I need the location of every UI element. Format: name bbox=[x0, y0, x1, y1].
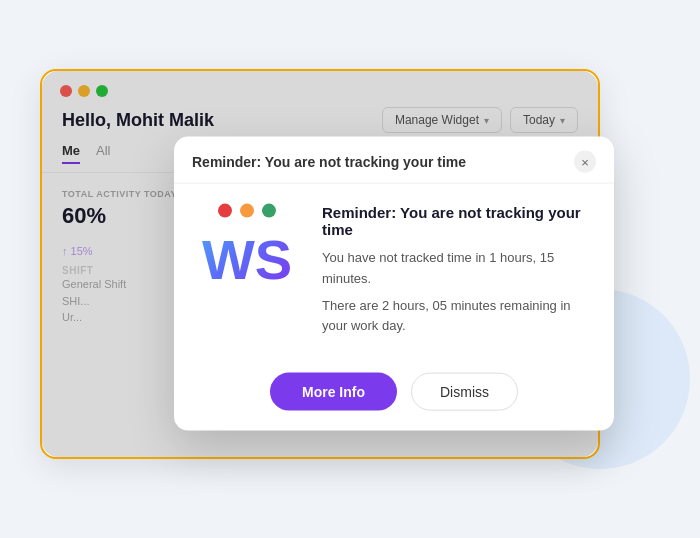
modal-dot-red bbox=[218, 204, 232, 218]
reminder-modal: Reminder: You are not tracking your time… bbox=[174, 137, 614, 431]
modal-dot-orange bbox=[240, 204, 254, 218]
close-icon: × bbox=[581, 154, 589, 169]
modal-dot-green bbox=[262, 204, 276, 218]
modal-footer: More Info Dismiss bbox=[174, 363, 614, 431]
modal-dots bbox=[218, 204, 276, 218]
modal-reminder-line1: You have not tracked time in 1 hours, 15… bbox=[322, 248, 596, 290]
modal-header: Reminder: You are not tracking your time… bbox=[174, 137, 614, 184]
modal-reminder-line2: There are 2 hours, 05 minutes remaining … bbox=[322, 295, 596, 337]
modal-body: WS Reminder: You are not tracking your t… bbox=[174, 184, 614, 363]
modal-close-button[interactable]: × bbox=[574, 151, 596, 173]
modal-header-title: Reminder: You are not tracking your time bbox=[192, 154, 466, 170]
modal-text-section: Reminder: You are not tracking your time… bbox=[322, 204, 596, 343]
more-info-button[interactable]: More Info bbox=[270, 373, 397, 411]
dismiss-button[interactable]: Dismiss bbox=[411, 373, 518, 411]
modal-logo-section: WS bbox=[192, 204, 302, 288]
modal-reminder-title: Reminder: You are not tracking your time bbox=[322, 204, 596, 238]
ws-logo: WS bbox=[202, 232, 292, 288]
